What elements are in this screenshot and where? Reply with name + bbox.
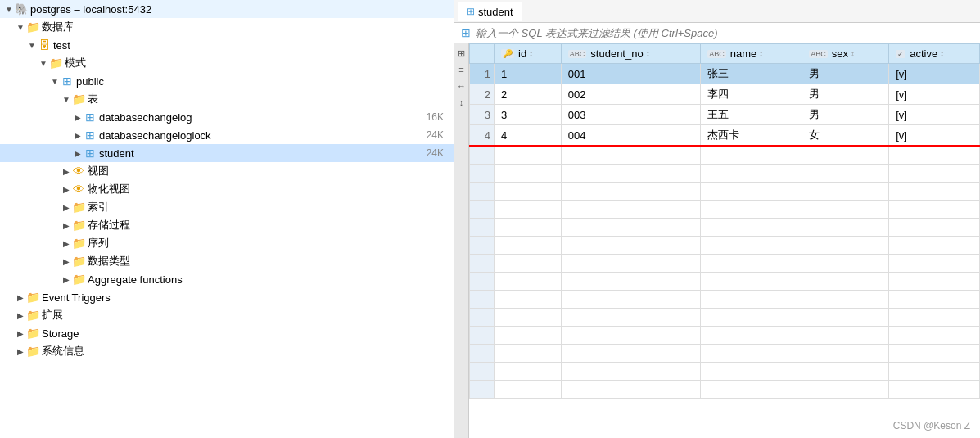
tree-arrow-schemas[interactable]: ▼ — [38, 57, 49, 69]
table-row-empty — [470, 237, 980, 255]
cell-empty — [561, 219, 700, 237]
cell-empty — [889, 183, 980, 201]
cell-empty — [889, 237, 980, 255]
cell-empty — [495, 363, 562, 381]
tree-label-storage: Storage — [42, 327, 79, 340]
table-row[interactable]: 11001张三男[v] — [470, 64, 980, 84]
grid-icon[interactable]: ⊞ — [455, 47, 468, 60]
col-header-student-no[interactable]: ABC student_no ↕ — [561, 44, 700, 64]
tree-item-test[interactable]: ▼🗄test — [0, 36, 454, 54]
cell-empty — [561, 255, 700, 273]
cell-empty — [889, 345, 980, 363]
cell-empty — [701, 237, 802, 255]
table-row-empty — [470, 345, 980, 363]
table-row-empty — [470, 291, 980, 309]
tree-arrow-server[interactable]: ▼ — [3, 3, 15, 15]
tree-label-student: student — [99, 147, 134, 160]
tree-label-databasechangeloglock: databasechangeloglock — [99, 129, 211, 142]
tree-item-schemas[interactable]: ▼📁模式 — [0, 54, 454, 72]
tree-label-tables: 表 — [88, 92, 98, 106]
table-row[interactable]: 33003王五男[v] — [470, 105, 980, 125]
col-header-name[interactable]: ABC name ↕ — [701, 44, 802, 64]
row-num-empty — [470, 237, 495, 255]
tree-arrow-databasechangelog[interactable]: ▶ — [72, 111, 84, 123]
tree-arrow-test[interactable]: ▼ — [26, 39, 38, 51]
table-row-empty — [470, 255, 980, 273]
row-num: 2 — [470, 84, 495, 105]
tree-arrow-databases[interactable]: ▼ — [15, 21, 26, 33]
nav-icon[interactable]: ↔ — [455, 79, 468, 93]
table-row-empty — [470, 273, 980, 291]
tree-arrow-databasechangeloglock[interactable]: ▶ — [72, 129, 84, 141]
col-header-active[interactable]: ✓ active ↕ — [889, 44, 980, 64]
tree-item-views[interactable]: ▶👁视图 — [0, 162, 454, 180]
tree-item-databasechangeloglock[interactable]: ▶⊞databasechangeloglock24K — [0, 126, 454, 144]
row-num-empty — [470, 201, 495, 219]
tree-icon-indexes: 📁 — [72, 201, 85, 214]
tree-item-matviews[interactable]: ▶👁物化视图 — [0, 180, 454, 198]
tree-item-student[interactable]: ▶⊞student24K — [0, 144, 454, 162]
cell-active: [v] — [889, 125, 980, 147]
tree-arrow-procedures[interactable]: ▶ — [61, 219, 72, 231]
tree-item-extensions[interactable]: ▶📁扩展 — [0, 306, 454, 324]
tree-arrow-tables[interactable]: ▼ — [61, 93, 72, 105]
tree-item-server[interactable]: ▼🐘postgres – localhost:5432 — [0, 0, 454, 18]
cell-empty — [802, 219, 889, 237]
watermark: CSDN @Keson Z — [893, 420, 970, 431]
tree-arrow-eventtriggers[interactable]: ▶ — [15, 291, 26, 303]
cell-empty — [495, 183, 562, 201]
tree-item-sysinfo[interactable]: ▶📁系统信息 — [0, 342, 454, 360]
table-row-empty — [470, 183, 980, 201]
cell-empty — [802, 183, 889, 201]
id-sort-icon: ↕ — [529, 49, 533, 58]
data-table: 🔑 id ↕ ABC student_no ↕ — [469, 43, 980, 399]
id-type-badge: 🔑 — [501, 49, 514, 58]
tree-arrow-sysinfo[interactable]: ▶ — [15, 345, 26, 357]
tree-arrow-public[interactable]: ▼ — [49, 75, 61, 87]
tree-arrow-extensions[interactable]: ▶ — [15, 309, 26, 321]
cell-empty — [561, 273, 700, 291]
active-sort-icon: ↕ — [940, 49, 944, 58]
nav2-icon[interactable]: ↕ — [455, 96, 468, 109]
tree-arrow-aggregate[interactable]: ▶ — [61, 273, 72, 285]
tree-arrow-sequences[interactable]: ▶ — [61, 237, 72, 249]
cell-empty — [495, 345, 562, 363]
tree-arrow-matviews[interactable]: ▶ — [61, 183, 72, 195]
cell-empty — [561, 381, 700, 399]
filter2-icon[interactable]: ≡ — [455, 63, 468, 76]
tree-item-public[interactable]: ▼⊞public — [0, 72, 454, 90]
col-header-sex[interactable]: ABC sex ↕ — [802, 44, 889, 64]
tree-arrow-storage[interactable]: ▶ — [15, 327, 26, 339]
row-num-empty — [470, 327, 495, 345]
table-tab[interactable]: ⊞ student — [458, 2, 522, 21]
tree-item-databasechangelog[interactable]: ▶⊞databasechangelog16K — [0, 108, 454, 126]
tree-item-datatypes[interactable]: ▶📁数据类型 — [0, 252, 454, 270]
tree-icon-schemas: 📁 — [49, 56, 62, 70]
tree-item-indexes[interactable]: ▶📁索引 — [0, 198, 454, 216]
tree-item-sequences[interactable]: ▶📁序列 — [0, 234, 454, 252]
tree-item-storage[interactable]: ▶📁Storage — [0, 324, 454, 342]
row-num-header — [470, 44, 495, 64]
tree-item-databases[interactable]: ▼📁数据库 — [0, 18, 454, 36]
table-row[interactable]: 44004杰西卡女[v] — [470, 125, 980, 147]
table-row[interactable]: 22002李四男[v] — [470, 84, 980, 105]
col-header-id[interactable]: 🔑 id ↕ — [495, 44, 562, 64]
tree-icon-extensions: 📁 — [26, 309, 39, 322]
tree-item-tables[interactable]: ▼📁表 — [0, 90, 454, 108]
table-header-row: 🔑 id ↕ ABC student_no ↕ — [470, 44, 980, 64]
cell-empty — [802, 381, 889, 399]
tree-arrow-datatypes[interactable]: ▶ — [61, 255, 72, 267]
tree-arrow-indexes[interactable]: ▶ — [61, 201, 72, 213]
tree-arrow-student[interactable]: ▶ — [72, 147, 84, 159]
tree-item-aggregate[interactable]: ▶📁Aggregate functions — [0, 270, 454, 288]
tree-item-eventtriggers[interactable]: ▶📁Event Triggers — [0, 288, 454, 306]
cell-sex: 女 — [802, 125, 889, 147]
tree-arrow-views[interactable]: ▶ — [61, 165, 72, 177]
cell-empty — [802, 291, 889, 309]
filter-input[interactable] — [476, 27, 973, 39]
tree-item-procedures[interactable]: ▶📁存储过程 — [0, 216, 454, 234]
tree-label-databases: 数据库 — [42, 20, 74, 34]
cell-sex: 男 — [802, 84, 889, 105]
table-row-empty — [470, 146, 980, 165]
tree-icon-matviews: 👁 — [72, 183, 85, 196]
